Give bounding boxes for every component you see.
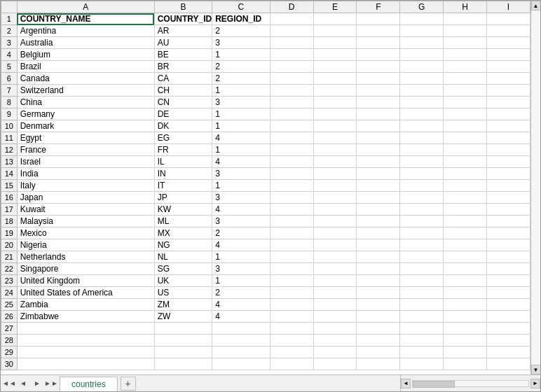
cell-f22[interactable] xyxy=(357,263,400,275)
cell-h27[interactable] xyxy=(444,323,487,335)
cell-d8[interactable] xyxy=(270,97,313,108)
cell-e4[interactable] xyxy=(313,49,357,61)
cell-d14[interactable] xyxy=(270,168,313,180)
cell-a13[interactable]: Israel xyxy=(17,156,154,168)
cell-h20[interactable] xyxy=(444,239,487,251)
cell-f24[interactable] xyxy=(357,287,400,299)
tab-nav-next[interactable]: ► xyxy=(30,379,44,387)
cell-b14[interactable]: IN xyxy=(154,168,212,180)
cell-c30[interactable] xyxy=(212,358,270,370)
cell-d17[interactable] xyxy=(270,204,313,216)
cell-b13[interactable]: IL xyxy=(154,156,212,168)
cell-d4[interactable] xyxy=(270,49,313,61)
cell-i23[interactable] xyxy=(487,275,530,287)
cell-h17[interactable] xyxy=(444,204,487,216)
cell-i18[interactable] xyxy=(487,216,530,227)
col-header-h[interactable]: H xyxy=(444,1,487,13)
cell-a7[interactable]: Switzerland xyxy=(17,85,154,97)
cell-b5[interactable]: BR xyxy=(154,61,212,73)
cell-a2[interactable]: Argentina xyxy=(17,25,154,37)
cell-b11[interactable]: EG xyxy=(154,132,212,144)
cell-e17[interactable] xyxy=(313,204,357,216)
cell-g27[interactable] xyxy=(400,323,444,335)
cell-e13[interactable] xyxy=(313,156,357,168)
sheet-tab-countries[interactable]: countries xyxy=(60,377,118,391)
cell-d13[interactable] xyxy=(270,156,313,168)
cell-h10[interactable] xyxy=(444,120,487,132)
cell-g12[interactable] xyxy=(400,144,444,156)
cell-a24[interactable]: United States of America xyxy=(17,287,154,299)
cell-i27[interactable] xyxy=(487,323,530,335)
cell-d16[interactable] xyxy=(270,192,313,204)
cell-b25[interactable]: ZM xyxy=(154,299,212,311)
cell-e1[interactable] xyxy=(313,13,357,25)
cell-d9[interactable] xyxy=(270,108,313,120)
cell-f20[interactable] xyxy=(357,239,400,251)
col-header-a[interactable]: A xyxy=(17,1,154,13)
cell-h16[interactable] xyxy=(444,192,487,204)
cell-i8[interactable] xyxy=(487,97,530,108)
cell-a20[interactable]: Nigeria xyxy=(17,239,154,251)
col-header-b[interactable]: B xyxy=(154,1,212,13)
cell-h19[interactable] xyxy=(444,227,487,239)
cell-d27[interactable] xyxy=(270,323,313,335)
cell-d28[interactable] xyxy=(270,335,313,346)
cell-b1[interactable]: COUNTRY_ID xyxy=(154,13,212,25)
cell-g19[interactable] xyxy=(400,227,444,239)
cell-c2[interactable]: 2 xyxy=(212,25,270,37)
cell-c3[interactable]: 3 xyxy=(212,37,270,49)
cell-h24[interactable] xyxy=(444,287,487,299)
cell-b15[interactable]: IT xyxy=(154,180,212,192)
cell-h1[interactable] xyxy=(444,13,487,25)
cell-b22[interactable]: SG xyxy=(154,263,212,275)
cell-b16[interactable]: JP xyxy=(154,192,212,204)
cell-a3[interactable]: Australia xyxy=(17,37,154,49)
cell-d19[interactable] xyxy=(270,227,313,239)
cell-f9[interactable] xyxy=(357,108,400,120)
cell-f5[interactable] xyxy=(357,61,400,73)
cell-g10[interactable] xyxy=(400,120,444,132)
cell-i14[interactable] xyxy=(487,168,530,180)
cell-h21[interactable] xyxy=(444,251,487,263)
cell-c28[interactable] xyxy=(212,335,270,346)
cell-h4[interactable] xyxy=(444,49,487,61)
cell-f25[interactable] xyxy=(357,299,400,311)
cell-e27[interactable] xyxy=(313,323,357,335)
cell-a28[interactable] xyxy=(17,335,154,346)
cell-h8[interactable] xyxy=(444,97,487,108)
cell-b28[interactable] xyxy=(154,335,212,346)
cell-h23[interactable] xyxy=(444,275,487,287)
cell-g20[interactable] xyxy=(400,239,444,251)
cell-e23[interactable] xyxy=(313,275,357,287)
cell-a12[interactable]: France xyxy=(17,144,154,156)
cell-f28[interactable] xyxy=(357,335,400,346)
cell-i21[interactable] xyxy=(487,251,530,263)
cell-h7[interactable] xyxy=(444,85,487,97)
cell-g5[interactable] xyxy=(400,61,444,73)
cell-g4[interactable] xyxy=(400,49,444,61)
cell-c1[interactable]: REGION_ID xyxy=(212,13,270,25)
add-sheet-button[interactable]: + xyxy=(121,377,136,391)
scroll-thumb-horizontal[interactable] xyxy=(413,381,455,388)
cell-b20[interactable]: NG xyxy=(154,239,212,251)
cell-c7[interactable]: 1 xyxy=(212,85,270,97)
cell-b29[interactable] xyxy=(154,346,212,358)
cell-a1[interactable]: COUNTRY_NAME xyxy=(17,13,154,25)
cell-f1[interactable] xyxy=(357,13,400,25)
cell-i2[interactable] xyxy=(487,25,530,37)
cell-h6[interactable] xyxy=(444,73,487,85)
cell-f23[interactable] xyxy=(357,275,400,287)
cell-f6[interactable] xyxy=(357,73,400,85)
cell-e8[interactable] xyxy=(313,97,357,108)
cell-d29[interactable] xyxy=(270,346,313,358)
cell-c10[interactable]: 1 xyxy=(212,120,270,132)
cell-b8[interactable]: CN xyxy=(154,97,212,108)
cell-b27[interactable] xyxy=(154,323,212,335)
cell-g28[interactable] xyxy=(400,335,444,346)
cell-a30[interactable] xyxy=(17,358,154,370)
cell-f19[interactable] xyxy=(357,227,400,239)
cell-i9[interactable] xyxy=(487,108,530,120)
cell-h14[interactable] xyxy=(444,168,487,180)
cell-i5[interactable] xyxy=(487,61,530,73)
col-header-c[interactable]: C xyxy=(212,1,270,13)
